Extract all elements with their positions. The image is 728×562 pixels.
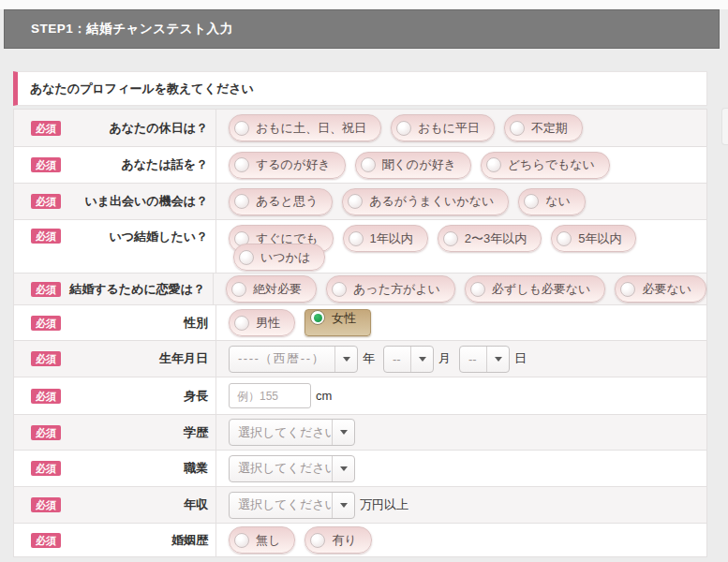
radio-icon xyxy=(234,157,249,172)
radio-option-marry-when-1[interactable]: 1年以内 xyxy=(343,225,428,252)
income-select[interactable]: 選択してください xyxy=(229,492,355,519)
required-badge: 必須 xyxy=(31,121,61,136)
radio-option-love-necessity-1[interactable]: あった方がよい xyxy=(326,275,455,303)
required-badge: 必須 xyxy=(31,351,61,366)
radio-option-love-necessity-0[interactable]: 絶対必要 xyxy=(226,275,317,303)
radio-icon xyxy=(348,194,363,209)
radio-option-label: 必ずしも必要ない xyxy=(492,281,591,298)
row-value-cell: 選択してください万円以上 xyxy=(216,487,706,523)
radio-option-holiday-2[interactable]: 不定期 xyxy=(504,114,583,141)
row-label-cell: 必須学歴 xyxy=(14,415,216,450)
occupation-select[interactable]: 選択してください xyxy=(229,455,355,482)
chevron-glyph xyxy=(340,503,348,508)
select-value: 選択してください xyxy=(230,493,332,518)
radio-option-label: 2〜3年以内 xyxy=(465,230,527,247)
radio-option-marriage-history-0[interactable]: 無し xyxy=(229,526,295,554)
radio-option-love-necessity-3[interactable]: 必要ない xyxy=(615,275,706,303)
radio-option-gender-0[interactable]: 男性 xyxy=(229,309,295,336)
form-row-height: 必須身長cm xyxy=(14,377,706,415)
birth-year-select[interactable]: ----（西暦--） xyxy=(229,346,358,373)
row-label-cell: 必須婚姻歴 xyxy=(14,524,216,556)
radio-option-meet-chance-1[interactable]: あるがうまくいかない xyxy=(342,188,509,215)
row-label: 生年月日 xyxy=(61,350,215,367)
birthdate-fields: ----（西暦--）年--月--日 xyxy=(229,346,530,373)
field-suffix: cm xyxy=(316,389,332,403)
form-row-birthdate: 必須生年月日----（西暦--）年--月--日 xyxy=(14,341,706,377)
row-label: 性別 xyxy=(61,315,215,332)
row-label-cell: 必須いま出会いの機会は？ xyxy=(14,184,216,219)
required-badge: 必須 xyxy=(31,194,61,209)
radio-option-label: 有り xyxy=(332,532,356,549)
select-value: -- xyxy=(460,347,486,372)
radio-icon xyxy=(443,231,458,246)
radio-selected-icon xyxy=(310,310,325,325)
row-label: 年収 xyxy=(61,496,215,513)
radio-icon xyxy=(524,194,539,209)
required-badge: 必須 xyxy=(31,461,61,476)
radio-option-love-necessity-2[interactable]: 必ずしも必要ない xyxy=(465,275,606,303)
row-label: 婚姻歴 xyxy=(61,532,215,549)
radio-option-line: おもに土、日、祝日おもに平日不定期 xyxy=(229,114,583,141)
row-label: いま出会いの機会は？ xyxy=(61,193,215,210)
row-value-cell: 絶対必要あった方がよい必ずしも必要ない必要ない xyxy=(214,274,706,304)
row-value-cell: cm xyxy=(216,377,706,414)
radio-icon xyxy=(396,121,411,136)
radio-icon xyxy=(231,282,246,297)
chevron-down-icon xyxy=(486,347,509,372)
education-select[interactable]: 選択してください xyxy=(229,419,355,446)
required-badge: 必須 xyxy=(31,157,61,172)
required-badge: 必須 xyxy=(31,282,61,297)
row-label-cell: 必須いつ結婚したい？ xyxy=(14,220,216,273)
radio-option-gender-1[interactable]: 女性 xyxy=(305,309,371,336)
radio-icon xyxy=(510,121,525,136)
radio-option-label: あると思う xyxy=(256,193,318,210)
form-row-meet-chance: 必須いま出会いの機会は？あると思うあるがうまくいかないない xyxy=(14,184,706,220)
height-input[interactable] xyxy=(229,383,311,408)
row-label: 学歴 xyxy=(61,424,215,441)
radio-option-holiday-1[interactable]: おもに平日 xyxy=(391,114,495,141)
select-line: 選択してください xyxy=(229,419,355,446)
radio-icon xyxy=(234,533,249,548)
chevron-glyph xyxy=(340,430,348,435)
content-area: あなたのプロフィールを教えてください 必須あなたの休日は？おもに土、日、祝日おも… xyxy=(13,71,707,557)
required-badge: 必須 xyxy=(31,316,61,331)
form-row-holiday: 必須あなたの休日は？おもに土、日、祝日おもに平日不定期 xyxy=(14,110,706,147)
form-row-gender: 必須性別男性女性 xyxy=(14,305,706,341)
radio-option-meet-chance-2[interactable]: ない xyxy=(518,188,586,215)
row-value-cell: 選択してください xyxy=(216,415,706,450)
select-value: 選択してください xyxy=(230,456,332,481)
input-line: cm xyxy=(229,383,335,408)
radio-option-holiday-0[interactable]: おもに土、日、祝日 xyxy=(229,114,381,141)
radio-option-marry-when-2[interactable]: 2〜3年以内 xyxy=(438,225,542,252)
form-row-education: 必須学歴選択してください xyxy=(14,415,706,451)
radio-option-label: あった方がよい xyxy=(353,281,440,298)
radio-option-talk-0[interactable]: するのが好き xyxy=(229,152,346,179)
radio-option-talk-2[interactable]: どちらでもない xyxy=(481,152,610,179)
radio-icon xyxy=(332,282,347,297)
radio-option-marriage-history-1[interactable]: 有り xyxy=(305,526,371,554)
chevron-down-icon xyxy=(334,347,357,372)
field-suffix: 日 xyxy=(514,350,527,367)
radio-icon xyxy=(239,250,254,265)
radio-option-label: 5年以内 xyxy=(578,230,621,247)
radio-icon xyxy=(234,194,249,209)
radio-option-label: いつかは xyxy=(260,249,310,266)
radio-option-label: 無し xyxy=(256,532,280,549)
birth-day-select[interactable]: -- xyxy=(459,346,510,373)
birth-month-select[interactable]: -- xyxy=(383,346,434,373)
form-row-income: 必須年収選択してください万円以上 xyxy=(14,487,706,524)
form-row-marriage-history: 必須婚姻歴無し有り xyxy=(14,524,706,557)
radio-icon xyxy=(470,282,485,297)
radio-option-label: おもに平日 xyxy=(418,120,480,137)
radio-option-talk-1[interactable]: 聞くのが好き xyxy=(355,152,471,179)
row-value-cell: 無し有り xyxy=(216,524,706,556)
radio-option-label: するのが好き xyxy=(256,156,331,173)
radio-option-line: 無し有り xyxy=(229,526,372,554)
radio-option-marry-when-3[interactable]: 5年以内 xyxy=(551,225,636,252)
row-value-cell: おもに土、日、祝日おもに平日不定期 xyxy=(216,110,706,146)
required-badge: 必須 xyxy=(31,229,61,244)
radio-option-line: あると思うあるがうまくいかないない xyxy=(229,188,586,215)
row-label-cell: 必須あなたの休日は？ xyxy=(14,110,216,146)
radio-option-meet-chance-0[interactable]: あると思う xyxy=(229,188,333,215)
radio-option-marry-when-4[interactable]: いつかは xyxy=(233,244,325,271)
